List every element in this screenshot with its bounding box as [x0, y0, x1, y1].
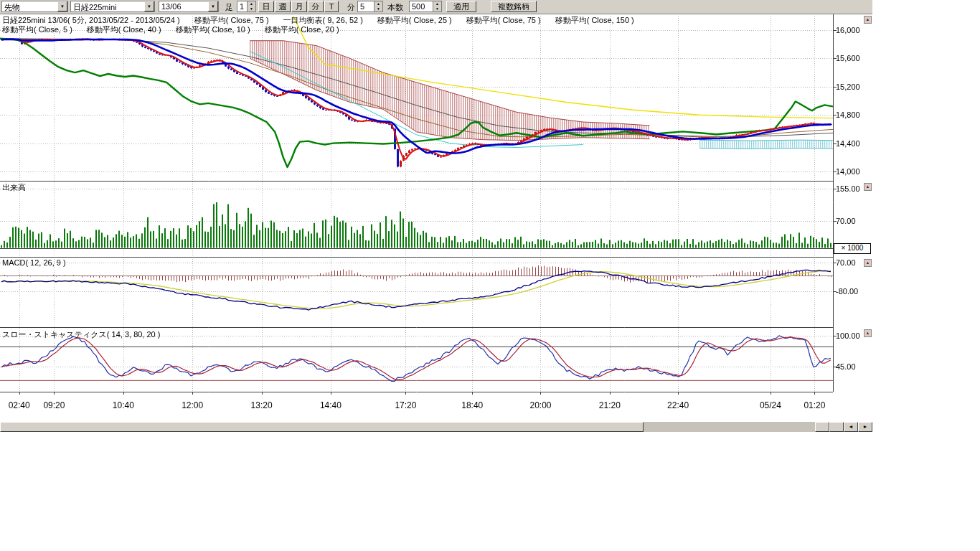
chart-application-window: 先物 ▼ 日経225mini ▼ 13/06 ▼ 足 1 ▲▼ 日 週 月 分 …: [0, 0, 980, 551]
scroll-right-button[interactable]: ►: [858, 422, 872, 432]
x-axis-label: 18:40: [456, 400, 489, 410]
x-axis-label: 14:40: [314, 400, 347, 410]
macd-scale-up-button[interactable]: ▲: [864, 259, 872, 267]
period-month-button[interactable]: 月: [291, 1, 307, 12]
y-axis-label: 15,600: [836, 54, 870, 62]
minute-label: 分: [347, 2, 355, 13]
bar-type-value: 1: [240, 2, 244, 11]
x-axis-label: 10:40: [107, 400, 140, 410]
contract-month-value: 13/06: [161, 2, 182, 11]
scrollbar-zoom-button-2[interactable]: [829, 422, 844, 432]
scrollbar-thumb[interactable]: [0, 422, 644, 432]
indicator-label-ma40: 移動平均( Close, 40 ): [87, 24, 161, 35]
indicator-label-ma20: 移動平均( Close, 20 ): [265, 24, 339, 35]
x-axis-label: 05/24: [754, 400, 787, 410]
dropdown-arrow-icon[interactable]: ▼: [208, 1, 218, 11]
contract-month-select[interactable]: 13/06 ▼: [159, 1, 219, 12]
indicator-label-ma150: 移動平均( Close, 150 ): [555, 15, 634, 26]
y-axis-label: 16,000: [836, 26, 870, 34]
macd-panel-label: MACD( 12, 26, 9 ): [2, 258, 66, 267]
y-axis-label: 14,000: [836, 167, 870, 176]
x-axis-label: 02:40: [3, 400, 36, 410]
stochastics-panel-label: スロー・ストキャスティクス( 14, 3, 80, 20 ): [2, 329, 160, 340]
symbol-select[interactable]: 日経225mini ▼: [70, 1, 155, 12]
bar-count-spinner[interactable]: 500 ▲▼: [409, 1, 442, 12]
stochastics-scale-up-button[interactable]: ▲: [864, 329, 872, 337]
x-axis-label: 01:20: [798, 400, 831, 410]
period-week-button[interactable]: 週: [275, 1, 291, 12]
x-axis-label: 17:20: [389, 400, 422, 410]
dropdown-arrow-icon[interactable]: ▼: [144, 1, 154, 11]
horizontal-scrollbar[interactable]: ◄ ►: [0, 422, 872, 432]
spinner-arrows-icon[interactable]: ▲▼: [433, 1, 441, 11]
y-axis-label: -80.00: [836, 287, 870, 296]
x-axis-label: 20:00: [524, 400, 557, 410]
minute-spinner[interactable]: 5 ▲▼: [357, 1, 383, 12]
apply-button[interactable]: 適用: [446, 1, 476, 12]
y-axis-label: 15,200: [836, 83, 870, 91]
scroll-left-button[interactable]: ◄: [844, 422, 858, 432]
bar-count-value: 500: [412, 2, 425, 11]
volume-unit-box: × 1000: [834, 243, 871, 254]
indicator-label-ma25: 移動平均( Close, 25 ): [377, 15, 452, 26]
dropdown-arrow-icon[interactable]: ▼: [57, 1, 67, 11]
bar-type-label: 足: [225, 2, 233, 13]
symbol-value: 日経225mini: [73, 2, 117, 13]
volume-scale-up-button[interactable]: ▲: [864, 183, 872, 191]
price-scale-up-button[interactable]: ▲: [864, 16, 872, 24]
chart-canvas[interactable]: [0, 14, 872, 420]
y-axis-label: 70.00: [836, 217, 870, 225]
instrument-category-value: 先物: [4, 2, 20, 13]
toolbar: 先物 ▼ 日経225mini ▼ 13/06 ▼ 足 1 ▲▼ 日 週 月 分 …: [0, 0, 872, 14]
bar-type-spinner[interactable]: 1 ▲▼: [237, 1, 256, 12]
y-axis-label: 14,400: [836, 139, 870, 148]
scrollbar-zoom-button-1[interactable]: [815, 422, 829, 432]
period-minute-button[interactable]: 分: [308, 1, 324, 12]
indicator-label-ma10: 移動平均( Close, 10 ): [176, 24, 250, 35]
multi-symbol-button[interactable]: 複数銘柄: [491, 1, 537, 12]
indicator-label-ma5: 移動平均( Close, 5 ): [2, 24, 72, 35]
period-day-button[interactable]: 日: [258, 1, 274, 12]
bar-count-label: 本数: [387, 2, 403, 13]
x-axis-label: 12:00: [176, 400, 209, 410]
chart-header-line2: 移動平均( Close, 5 ) 移動平均( Close, 40 ) 移動平均(…: [2, 24, 339, 35]
x-axis-label: 13:20: [245, 400, 278, 410]
minute-value: 5: [360, 2, 364, 11]
indicator-label-ma75b: 移動平均( Close, 75 ): [466, 15, 541, 26]
volume-panel-label: 出来高: [2, 182, 26, 193]
y-axis-label: 14,800: [836, 110, 870, 119]
x-axis-label: 21:20: [593, 400, 626, 410]
y-axis-label: 45.00: [836, 362, 870, 371]
period-tick-button[interactable]: T: [324, 1, 339, 12]
x-axis-label: 22:40: [661, 400, 694, 410]
instrument-category-select[interactable]: 先物 ▼: [1, 1, 68, 12]
x-axis-label: 09:20: [37, 400, 70, 410]
spinner-arrows-icon[interactable]: ▲▼: [247, 1, 255, 11]
spinner-arrows-icon[interactable]: ▲▼: [374, 1, 382, 11]
